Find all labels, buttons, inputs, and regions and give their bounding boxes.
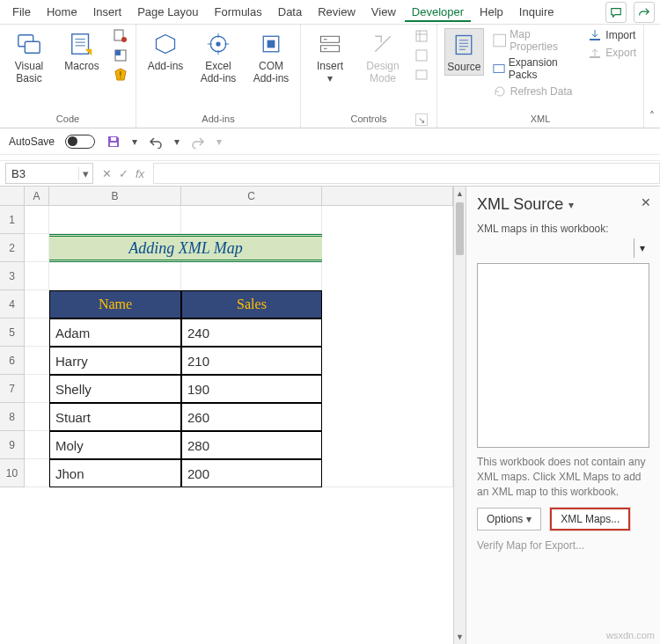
menu-inquire[interactable]: Inquire — [512, 2, 561, 22]
design-mode-button[interactable]: Design Mode — [361, 28, 405, 86]
undo-dropdown[interactable]: ▾ — [174, 135, 180, 148]
col-head-c[interactable]: C — [181, 187, 322, 206]
header-sales[interactable]: Sales — [181, 290, 322, 318]
row-head[interactable]: 10 — [0, 459, 25, 487]
cancel-formula-icon[interactable]: ✕ — [102, 167, 112, 180]
menu-home[interactable]: Home — [40, 2, 84, 22]
macro-security-button[interactable]: ! — [113, 67, 128, 83]
row-head[interactable]: 2 — [0, 234, 25, 262]
visual-basic-label: Visual Basic — [9, 60, 49, 84]
refresh-data-button[interactable]: Refresh Data — [493, 84, 580, 99]
save-dropdown[interactable]: ▾ — [132, 135, 137, 148]
collapse-ribbon-button[interactable]: ˄ — [644, 25, 660, 128]
run-dialog-button[interactable] — [414, 67, 429, 83]
table-cell[interactable]: Stuart — [49, 403, 181, 431]
relative-references-button[interactable] — [113, 48, 128, 63]
col-head-b[interactable]: B — [49, 187, 181, 206]
autosave-toggle[interactable] — [65, 135, 95, 149]
expansion-packs-icon — [493, 62, 505, 76]
table-cell[interactable]: 200 — [181, 459, 322, 487]
header-name[interactable]: Name — [49, 290, 181, 318]
import-button[interactable]: Import — [588, 28, 636, 42]
chevron-down-icon[interactable]: ▾ — [78, 167, 92, 180]
svg-rect-25 — [110, 143, 117, 146]
share-icon[interactable] — [634, 2, 655, 23]
dialog-launcher-icon[interactable]: ↘ — [415, 113, 428, 126]
col-head-a[interactable]: A — [25, 187, 49, 206]
menu-help[interactable]: Help — [473, 2, 510, 22]
table-cell[interactable]: Moly — [49, 431, 181, 459]
menu-review[interactable]: Review — [311, 2, 363, 22]
chevron-down-icon[interactable]: ▾ — [568, 199, 574, 211]
map-properties-button[interactable]: Map Properties — [493, 28, 580, 53]
properties-button[interactable] — [414, 28, 429, 44]
row-head[interactable]: 6 — [0, 347, 25, 375]
chevron-down-icon[interactable]: ▾ — [634, 238, 649, 258]
record-macro-button[interactable] — [113, 28, 128, 44]
row-head[interactable]: 9 — [0, 431, 25, 459]
com-addins-button[interactable]: COM Add-ins — [249, 28, 293, 86]
save-button[interactable] — [106, 134, 121, 150]
view-code-button[interactable] — [414, 48, 429, 63]
scroll-down-icon[interactable]: ▼ — [454, 630, 466, 644]
xml-source-button[interactable]: Source — [444, 28, 484, 76]
group-label-addins: Add-ins — [143, 112, 293, 128]
xml-maps-select[interactable]: ▾ — [477, 238, 649, 258]
undo-button[interactable] — [148, 134, 164, 150]
visual-basic-button[interactable]: Visual Basic — [7, 28, 51, 86]
menu-view[interactable]: View — [364, 2, 403, 22]
redo-dropdown[interactable]: ▾ — [216, 135, 222, 148]
comments-icon[interactable] — [605, 2, 627, 23]
addins-button[interactable]: Add-ins — [143, 28, 187, 74]
table-cell[interactable]: 210 — [181, 347, 322, 375]
row-head[interactable]: 1 — [0, 206, 25, 234]
export-button[interactable]: Export — [588, 46, 636, 60]
vertical-scrollbar[interactable]: ▲ ▼ — [453, 187, 466, 644]
fx-icon[interactable]: fx — [136, 167, 144, 180]
table-cell[interactable]: 190 — [181, 375, 322, 403]
import-icon — [588, 28, 602, 42]
expansion-packs-button[interactable]: Expansion Packs — [493, 56, 580, 81]
excel-addins-button[interactable]: Excel Add-ins — [196, 28, 240, 86]
select-all-corner[interactable] — [0, 187, 25, 206]
redo-button[interactable] — [190, 134, 206, 150]
col-head-blank[interactable] — [322, 187, 453, 206]
macros-label: Macros — [64, 60, 99, 72]
refresh-icon — [493, 84, 507, 99]
row-head[interactable]: 4 — [0, 290, 25, 318]
menu-insert[interactable]: Insert — [86, 2, 129, 22]
table-cell[interactable]: Shelly — [49, 375, 181, 403]
row-head[interactable]: 7 — [0, 375, 25, 403]
row-head[interactable]: 5 — [0, 318, 25, 347]
menu-formulas[interactable]: Formulas — [208, 2, 269, 22]
scroll-thumb[interactable] — [456, 202, 464, 255]
macros-icon — [68, 30, 96, 58]
table-cell[interactable]: 260 — [181, 403, 322, 431]
table-cell[interactable]: 280 — [181, 431, 322, 459]
export-icon — [588, 46, 602, 60]
xml-maps-button[interactable]: XML Maps... — [550, 508, 630, 531]
sheet-title[interactable]: Adding XML Map — [49, 234, 322, 262]
table-cell[interactable]: 240 — [181, 318, 322, 347]
xml-map-list[interactable] — [477, 263, 649, 448]
menu-developer[interactable]: Developer — [405, 2, 471, 22]
table-cell[interactable]: Adam — [49, 318, 181, 347]
close-icon[interactable]: ✕ — [641, 195, 651, 209]
enter-formula-icon[interactable]: ✓ — [119, 167, 128, 180]
formula-input[interactable] — [153, 163, 660, 184]
options-button[interactable]: Options▾ — [477, 508, 541, 531]
menu-data[interactable]: Data — [271, 2, 309, 22]
menu-page-layout[interactable]: Page Layou — [130, 2, 205, 22]
insert-control-button[interactable]: Insert ▾ — [308, 28, 352, 86]
table-cell[interactable]: Harry — [49, 347, 181, 375]
scroll-up-icon[interactable]: ▲ — [454, 187, 466, 201]
worksheet[interactable]: A B C 1 2 3 4 5 6 7 8 9 10 Adding XML Ma… — [0, 187, 466, 644]
macros-button[interactable]: Macros — [60, 28, 104, 74]
maps-label: XML maps in this workbook: — [477, 223, 649, 235]
table-cell[interactable]: Jhon — [49, 459, 181, 487]
row-head[interactable]: 3 — [0, 262, 25, 290]
verify-map-link[interactable]: Verify Map for Export... — [477, 539, 649, 552]
menu-file[interactable]: File — [5, 2, 38, 22]
name-box[interactable]: B3 ▾ — [5, 163, 93, 184]
row-head[interactable]: 8 — [0, 403, 25, 431]
